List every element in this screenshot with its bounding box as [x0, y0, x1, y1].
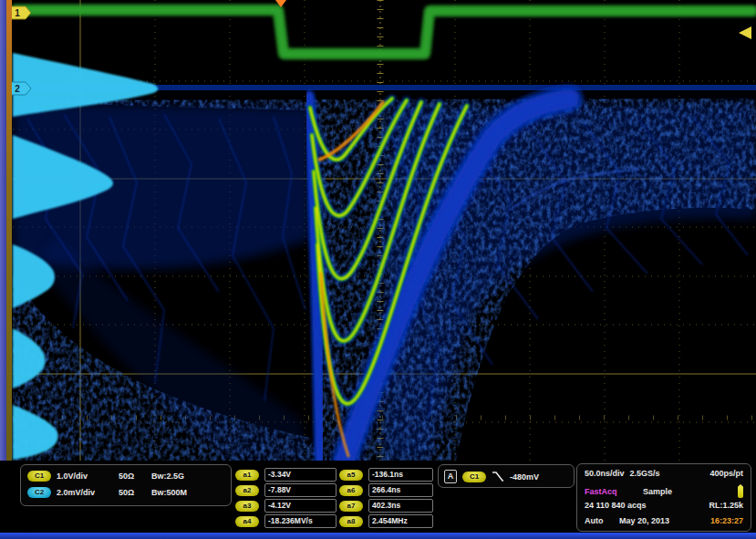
ch2-badge[interactable]: C2: [27, 487, 51, 498]
graticule-left-frame: [6, 0, 12, 463]
svg-text:1: 1: [15, 8, 20, 18]
channel-settings-panel[interactable]: C1 1.0V/div 50Ω Bw:2.5G C2 2.0mV/div 50Ω…: [20, 464, 232, 506]
measurement-value: -4.12V: [264, 499, 337, 513]
sample-rate: 2.5GS/s: [630, 469, 660, 478]
measurement-value: 402.3ns: [368, 499, 433, 513]
measurement-badge[interactable]: a3: [235, 501, 259, 512]
window-left-edge: [0, 0, 6, 533]
measurement-value: -3.34V: [264, 468, 337, 482]
trigger-panel[interactable]: A C1 -480mV: [438, 464, 575, 488]
oscilloscope-screen: 1 2 C1 1.0V/div 50Ω Bw:2.5G C2 2.0mV/div…: [0, 0, 756, 539]
ch2-scale: 2.0mV/div: [57, 488, 113, 497]
measurement-badge[interactable]: a4: [235, 516, 259, 527]
date-label: May 20, 2013: [619, 516, 669, 525]
timebase-scale: 50.0ns/div: [585, 469, 625, 478]
trigger-level: -480mV: [510, 472, 539, 482]
ch1-bandwidth: Bw:2.5G: [151, 472, 184, 481]
measurement-badge[interactable]: a2: [235, 485, 259, 496]
fastacq-label: FastAcq: [585, 487, 637, 496]
ch1-scale: 1.0V/div: [57, 472, 113, 481]
measurement-value: -7.88V: [264, 483, 337, 497]
ch1-badge[interactable]: C1: [27, 471, 51, 482]
trigger-mode: Auto: [585, 516, 614, 525]
sampling-mode: Sample: [643, 487, 672, 496]
waveform-display: 1 2: [0, 0, 756, 463]
acquisition-count: 24 110 840 acqs: [585, 501, 647, 510]
trigger-source-badge[interactable]: C1: [462, 472, 486, 482]
measurement-badge[interactable]: a5: [339, 470, 363, 481]
measurement-value: 2.454MHz: [368, 514, 433, 528]
measurement-value: -136.1ns: [368, 468, 433, 482]
measurement-badge[interactable]: a8: [339, 516, 363, 527]
clock-time: 16:23:27: [710, 516, 743, 525]
svg-text:2: 2: [15, 84, 20, 94]
falling-edge-icon: [492, 471, 504, 482]
measurement-badge[interactable]: a7: [339, 501, 363, 512]
fastacq-indicator-icon: [738, 484, 743, 498]
ch1-termination: 50Ω: [119, 472, 146, 481]
measurement-badge[interactable]: a6: [339, 485, 363, 496]
readout-bar: C1 1.0V/div 50Ω Bw:2.5G C2 2.0mV/div 50Ω…: [0, 461, 756, 533]
window-bottom-edge: [0, 533, 756, 539]
timebase-panel[interactable]: 50.0ns/div 2.5GS/s 400ps/pt FastAcq Samp…: [576, 463, 751, 532]
measurement-value: -18.236MV/s: [264, 514, 337, 528]
measurement-value: 266.4ns: [368, 483, 433, 497]
time-resolution: 400ps/pt: [709, 469, 743, 478]
measurement-badge[interactable]: a1: [235, 470, 259, 481]
ch2-termination: 50Ω: [119, 488, 146, 497]
record-length: RL:1.25k: [709, 501, 743, 510]
trigger-a-icon: A: [444, 470, 457, 483]
ch2-bandwidth: Bw:500M: [151, 488, 187, 497]
